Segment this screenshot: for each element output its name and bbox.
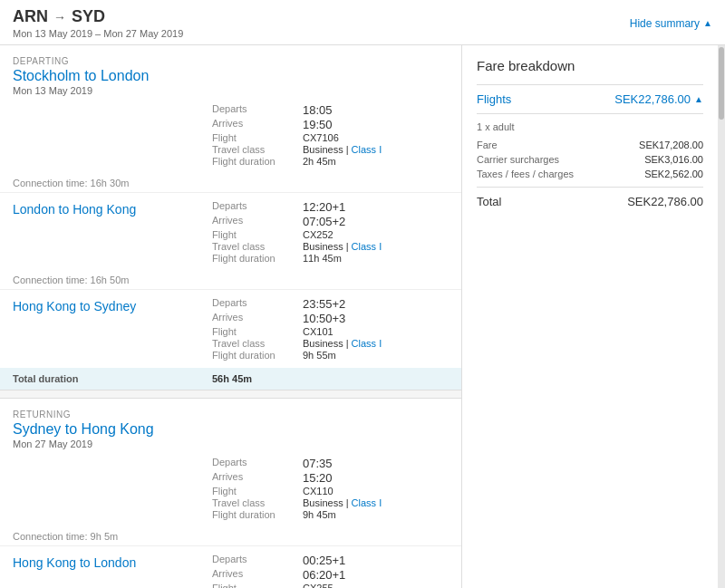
travel-class-label-1: Travel class xyxy=(212,144,303,155)
departing-label: DEPARTING xyxy=(13,56,449,66)
flight-duration-label-1: Flight duration xyxy=(212,156,303,167)
returning-flight-2-details: Departs 00:25+1 Arrives 06:20+1 Flight C… xyxy=(212,554,449,588)
arrives-value-1: 19:50 xyxy=(303,118,449,131)
returning-date: Mon 27 May 2019 xyxy=(13,439,449,449)
route-header: ARN → SYD xyxy=(13,7,183,26)
fare-breakdown-title: Fare breakdown xyxy=(477,58,703,73)
departs-value-1: 18:05 xyxy=(303,103,449,117)
departing-total-duration-row: Total duration 56h 45m xyxy=(0,368,461,390)
departing-flight-1-row: Departs 18:05 Arrives 19:50 Flight CX710… xyxy=(0,103,461,174)
departing-flight-2-row: London to Hong Kong Departs 12:20+1 Arri… xyxy=(0,192,461,271)
departing-section-header: DEPARTING Stockholm to London Mon 13 May… xyxy=(0,45,461,96)
departing-flight-3-details: Departs 23:55+2 Arrives 10:50+3 Flight C… xyxy=(212,297,449,361)
flight-duration-value-1: 2h 45m xyxy=(303,156,449,167)
returning-flight-1-details: Departs 07:35 Arrives 15:20 Flight CX110… xyxy=(212,457,449,520)
fare-total-row: Total SEK22,786.00 xyxy=(477,187,703,208)
departing-total-duration-value: 56h 45m xyxy=(212,373,252,384)
chevron-up-icon: ▲ xyxy=(694,94,703,104)
travel-dates: Mon 13 May 2019 – Mon 27 May 2019 xyxy=(13,28,183,39)
returning-label: RETURNING xyxy=(13,410,449,419)
returning-flight-2-row: Hong Kong to London Departs 00:25+1 Arri… xyxy=(0,545,461,588)
page-header: ARN → SYD Mon 13 May 2019 – Mon 27 May 2… xyxy=(0,0,725,45)
fare-item-carrier: Carrier surcharges SEK3,016.00 xyxy=(477,154,703,165)
fare-total-label: Total xyxy=(477,195,501,208)
departing-flight-2-details: Departs 12:20+1 Arrives 07:05+2 Flight C… xyxy=(212,200,449,264)
flight-value-1: CX7106 xyxy=(303,132,449,143)
origin: ARN xyxy=(13,7,48,26)
hide-summary-label: Hide summary xyxy=(630,17,700,30)
fare-flights-row: Flights SEK22,786.00 ▲ xyxy=(477,84,703,114)
connection-time-1: Connection time: 16h 30m xyxy=(0,174,461,192)
scrollbar-thumb[interactable] xyxy=(719,47,724,120)
fare-total-value: SEK22,786.00 xyxy=(627,195,703,208)
departs-label-1: Departs xyxy=(212,103,303,117)
departing-flight-3-row: Hong Kong to Sydney Departs 23:55+2 Arri… xyxy=(0,289,461,368)
hide-summary-button[interactable]: Hide summary ▲ xyxy=(630,17,712,30)
itinerary-panel: DEPARTING Stockholm to London Mon 13 May… xyxy=(0,45,462,588)
departing-date: Mon 13 May 2019 xyxy=(13,85,449,96)
section-divider xyxy=(0,390,461,399)
returning-route-title: Sydney to Hong Kong xyxy=(13,421,449,438)
main-layout: DEPARTING Stockholm to London Mon 13 May… xyxy=(0,45,725,588)
returning-flight-2-title: Hong Kong to London xyxy=(13,554,212,588)
route-arrow: → xyxy=(53,10,66,24)
arrives-label-1: Arrives xyxy=(212,118,303,131)
returning-flight-1-row: Departs 07:35 Arrives 15:20 Flight CX110… xyxy=(0,457,461,527)
fare-breakdown-panel: Fare breakdown Flights SEK22,786.00 ▲ 1 … xyxy=(462,45,718,588)
departing-flight-2-title: London to Hong Kong xyxy=(13,200,212,264)
fare-item-fare: Fare SEK17,208.00 xyxy=(477,140,703,150)
connection-time-3: Connection time: 9h 5m xyxy=(0,527,461,545)
departing-flight-3-title: Hong Kong to Sydney xyxy=(13,297,212,361)
fare-item-taxes: Taxes / fees / charges SEK2,562.00 xyxy=(477,169,703,179)
fare-adult-label: 1 x adult xyxy=(477,121,703,132)
destination: SYD xyxy=(72,7,105,26)
departing-route-title: Stockholm to London xyxy=(13,68,449,84)
scrollbar[interactable] xyxy=(718,45,725,588)
flight-label-1: Flight xyxy=(212,132,303,143)
connection-time-2: Connection time: 16h 50m xyxy=(0,271,461,289)
fare-flights-label: Flights xyxy=(477,92,511,106)
departing-flight-1-details: Departs 18:05 Arrives 19:50 Flight CX710… xyxy=(212,103,449,167)
fare-flights-value: SEK22,786.00 ▲ xyxy=(614,92,703,106)
departing-total-duration-label: Total duration xyxy=(13,373,212,384)
chevron-up-icon: ▲ xyxy=(703,18,712,28)
returning-section-header: RETURNING Sydney to Hong Kong Mon 27 May… xyxy=(0,399,461,449)
travel-class-value-1: Business | Class I xyxy=(303,144,449,155)
